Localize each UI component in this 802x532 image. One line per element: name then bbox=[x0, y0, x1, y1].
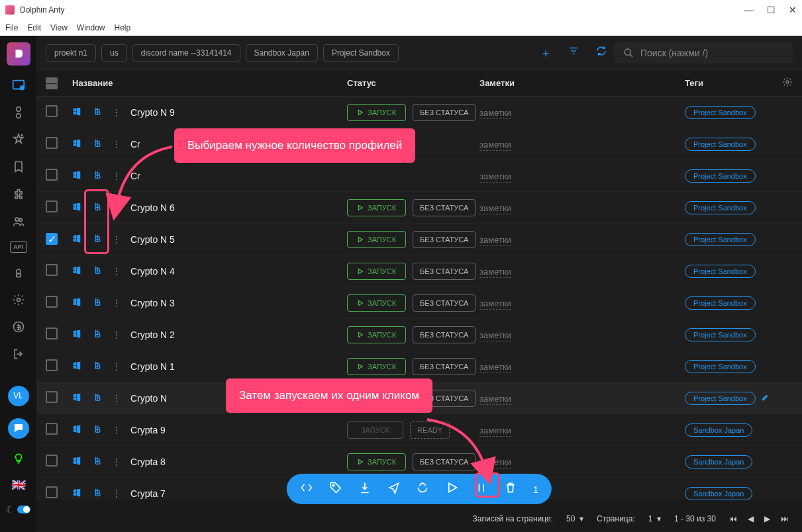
sidebar-api-icon[interactable]: API bbox=[10, 241, 27, 253]
table-row[interactable]: ⋮ Crypto N 6 ЗАПУСКБЕЗ СТАТУСА заметки P… bbox=[36, 192, 802, 224]
row-menu-icon[interactable]: ⋮ bbox=[112, 330, 121, 340]
row-checkbox[interactable] bbox=[46, 455, 58, 466]
row-checkbox[interactable] bbox=[46, 200, 58, 212]
profile-tag-badge[interactable]: Sandbox Japan bbox=[685, 455, 752, 468]
row-checkbox[interactable] bbox=[46, 391, 58, 403]
refresh-icon[interactable] bbox=[595, 45, 607, 60]
column-name[interactable]: Название bbox=[72, 78, 347, 88]
filter-icon[interactable] bbox=[568, 45, 579, 60]
user-avatar[interactable]: VL bbox=[8, 386, 29, 406]
sidebar-users-icon[interactable] bbox=[11, 214, 26, 229]
launch-button[interactable]: ЗАПУСК bbox=[347, 453, 406, 470]
sidebar-billing-icon[interactable] bbox=[11, 319, 26, 334]
action-script-icon[interactable] bbox=[300, 481, 313, 498]
table-row[interactable]: ⋮ Crypto N 9 ЗАПУСКБЕЗ СТАТУСА заметки P… bbox=[36, 97, 802, 128]
row-checkbox[interactable] bbox=[46, 359, 58, 371]
status-button[interactable]: БЕЗ СТАТУСА bbox=[413, 294, 476, 312]
status-button[interactable]: БЕЗ СТАТУСА bbox=[413, 231, 476, 248]
status-button[interactable]: БЕЗ СТАТУСА bbox=[413, 199, 476, 216]
action-play-icon[interactable] bbox=[446, 481, 459, 498]
row-menu-icon[interactable]: ⋮ bbox=[112, 488, 121, 499]
per-page-select[interactable]: 50 ▾ bbox=[566, 514, 583, 523]
pager-last[interactable]: ⏭ bbox=[781, 514, 789, 523]
column-notes[interactable]: Заметки bbox=[479, 78, 685, 88]
notes-placeholder[interactable]: заметки bbox=[479, 267, 511, 278]
launch-button[interactable]: ЗАПУСК bbox=[347, 199, 406, 216]
minimize-button[interactable]: — bbox=[744, 5, 754, 15]
table-row[interactable]: ✓ ⋮ Crypto N 5 ЗАПУСКБЕЗ СТАТУСА заметки… bbox=[36, 224, 802, 255]
notes-placeholder[interactable]: заметки bbox=[479, 394, 511, 405]
launch-button[interactable]: ЗАПУСК bbox=[347, 263, 406, 280]
table-row[interactable]: ⋮ Crypto N 3 ЗАПУСКБЕЗ СТАТУСА заметки P… bbox=[36, 287, 802, 319]
profile-tag-badge[interactable]: Project Sandbox bbox=[685, 360, 756, 373]
profile-tag-badge[interactable]: Sandbox Japan bbox=[685, 487, 752, 500]
profile-tag-badge[interactable]: Project Sandbox bbox=[685, 265, 756, 278]
launch-button[interactable]: ЗАПУСК bbox=[347, 294, 406, 312]
page-select[interactable]: 1 ▾ bbox=[648, 514, 661, 523]
pager-prev[interactable]: ◀ bbox=[748, 514, 754, 523]
sidebar-extensions-icon[interactable] bbox=[11, 187, 26, 202]
column-tags[interactable]: Теги bbox=[685, 78, 782, 88]
columns-settings-icon[interactable] bbox=[782, 77, 793, 90]
notes-placeholder[interactable]: заметки bbox=[479, 457, 511, 468]
select-all-checkbox[interactable]: — bbox=[46, 77, 58, 89]
status-button[interactable]: БЕЗ СТАТУСА bbox=[413, 326, 476, 343]
menu-file[interactable]: File bbox=[5, 23, 18, 32]
profile-tag-badge[interactable]: Project Sandbox bbox=[685, 328, 756, 341]
row-menu-icon[interactable]: ⋮ bbox=[112, 361, 121, 372]
close-button[interactable]: ✕ bbox=[789, 5, 797, 15]
sidebar-bookmark-icon[interactable] bbox=[11, 159, 26, 175]
row-checkbox[interactable] bbox=[46, 423, 58, 435]
row-menu-icon[interactable]: ⋮ bbox=[112, 202, 121, 213]
launch-button[interactable]: ЗАПУСК bbox=[347, 231, 406, 248]
profile-tag-badge[interactable]: Project Sandbox bbox=[685, 201, 756, 214]
sidebar-automation-icon[interactable] bbox=[11, 265, 26, 280]
app-logo[interactable] bbox=[7, 42, 30, 66]
pager-next[interactable]: ▶ bbox=[764, 514, 770, 523]
row-menu-icon[interactable]: ⋮ bbox=[112, 171, 121, 181]
bulb-icon[interactable] bbox=[11, 451, 26, 466]
profile-tag-badge[interactable]: Project Sandbox bbox=[685, 392, 756, 405]
row-checkbox[interactable] bbox=[46, 486, 58, 498]
row-checkbox[interactable] bbox=[46, 296, 58, 308]
row-menu-icon[interactable]: ⋮ bbox=[112, 107, 121, 118]
notes-placeholder[interactable]: заметки bbox=[479, 203, 511, 214]
launch-button[interactable]: ЗАПУСК bbox=[347, 358, 406, 375]
action-pause-icon[interactable] bbox=[475, 481, 488, 498]
notes-placeholder[interactable]: заметки bbox=[479, 235, 511, 246]
row-menu-icon[interactable]: ⋮ bbox=[112, 266, 121, 277]
filter-tag[interactable]: proekt n1 bbox=[46, 44, 96, 62]
menu-help[interactable]: Help bbox=[115, 23, 131, 32]
row-checkbox[interactable] bbox=[46, 105, 58, 117]
action-delete-icon[interactable] bbox=[504, 481, 517, 498]
row-menu-icon[interactable]: ⋮ bbox=[112, 139, 121, 150]
filter-tag[interactable]: Sandbox Japan bbox=[246, 44, 318, 62]
table-row[interactable]: ⋮ Cr заметки Project Sandbox bbox=[36, 128, 802, 160]
menu-edit[interactable]: Edit bbox=[27, 23, 41, 32]
language-flag[interactable]: 🇬🇧 bbox=[11, 478, 26, 492]
status-button[interactable]: БЕЗ СТАТУСА bbox=[413, 453, 476, 470]
notes-placeholder[interactable]: заметки bbox=[479, 140, 511, 151]
add-profile-button[interactable]: ＋ bbox=[540, 45, 552, 61]
profile-tag-badge[interactable]: Sandbox Japan bbox=[685, 423, 752, 437]
sidebar-settings-icon[interactable] bbox=[11, 292, 26, 307]
search-input[interactable]: Поиск (нажми /) bbox=[614, 42, 793, 64]
edit-icon[interactable] bbox=[761, 392, 770, 404]
row-checkbox[interactable]: ✓ bbox=[46, 233, 58, 245]
filter-tag[interactable]: Project Sandbox bbox=[323, 44, 399, 62]
table-row[interactable]: ⋮ Cr заметки Project Sandbox bbox=[36, 160, 802, 192]
notes-placeholder[interactable]: заметки bbox=[479, 330, 511, 341]
filter-tag[interactable]: us bbox=[101, 44, 127, 62]
status-button[interactable]: БЕЗ СТАТУСА bbox=[413, 263, 476, 280]
sidebar-proxies-icon[interactable] bbox=[11, 105, 26, 120]
action-tag-icon[interactable] bbox=[329, 481, 342, 498]
row-menu-icon[interactable]: ⋮ bbox=[112, 393, 121, 404]
row-menu-icon[interactable]: ⋮ bbox=[112, 457, 121, 467]
action-download-icon[interactable] bbox=[358, 481, 372, 498]
notes-placeholder[interactable]: заметки bbox=[479, 362, 511, 373]
row-checkbox[interactable] bbox=[46, 264, 58, 276]
notes-placeholder[interactable]: заметки bbox=[479, 298, 511, 310]
row-menu-icon[interactable]: ⋮ bbox=[112, 298, 121, 308]
sidebar-browsers-icon[interactable] bbox=[11, 77, 26, 93]
profile-tag-badge[interactable]: Project Sandbox bbox=[685, 233, 756, 246]
